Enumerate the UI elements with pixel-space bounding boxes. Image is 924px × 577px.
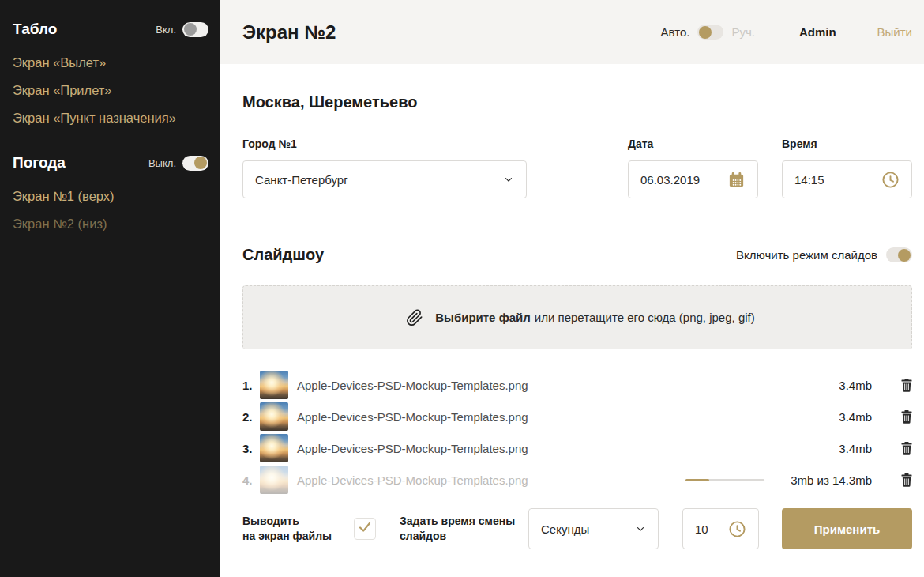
sidebar-item-screen2-bottom[interactable]: Экран №2 (низ) (13, 210, 208, 238)
display-files-label-line2: на экран файлы (242, 529, 344, 544)
file-name: Apple-Devices-PSD-Mockup-Templates.png (297, 473, 685, 487)
toggle-switch[interactable] (182, 156, 208, 171)
sidebar-section-header: Табло Вкл. (13, 21, 208, 38)
file-name: Apple-Devices-PSD-Mockup-Templates.png (297, 379, 783, 392)
file-row: 1. Apple-Devices-PSD-Mockup-Templates.pn… (242, 369, 912, 401)
sidebar: Табло Вкл. Экран «Вылет» Экран «Прилет» … (0, 0, 220, 577)
logout-link[interactable]: Выйти (877, 25, 912, 39)
file-row: 3. Apple-Devices-PSD-Mockup-Templates.pn… (242, 432, 912, 464)
toggle-knob (898, 249, 911, 262)
clock-icon[interactable] (881, 171, 900, 189)
sidebar-item-departure-screen[interactable]: Экран «Вылет» (13, 49, 208, 77)
header-bar: Экран №2 Авто. Руч. Admin Выйти (220, 0, 924, 64)
sidebar-item-destination-screen[interactable]: Экран «Пункт назначения» (13, 104, 208, 132)
slide-interval-label-line1: Задать время смены (400, 514, 528, 529)
trash-icon[interactable] (901, 473, 912, 487)
toggle-knob (184, 23, 197, 36)
content: Москва, Шереметьево Город №1 Санкт-Петер… (220, 64, 924, 549)
slideshow-toggle[interactable] (886, 247, 912, 262)
file-thumbnail (260, 402, 288, 431)
check-icon (356, 519, 374, 539)
page-title: Экран №2 (242, 21, 336, 43)
file-thumbnail (260, 434, 288, 462)
display-files-label: Выводить на экран файлы (242, 514, 344, 544)
date-input[interactable] (640, 173, 721, 187)
dropzone-hint: или перетащите его сюда (png, jpeg, gif) (535, 311, 755, 324)
file-row-uploading: 4. Apple-Devices-PSD-Mockup-Templates.pn… (242, 464, 912, 496)
user-name[interactable]: Admin (799, 25, 836, 39)
toggle-knob (194, 157, 207, 169)
file-size: 3.4mb (783, 379, 872, 392)
toggle-knob (699, 26, 712, 39)
manual-mode-label[interactable]: Руч. (731, 25, 755, 39)
file-row: 2. Apple-Devices-PSD-Mockup-Templates.pn… (242, 401, 912, 432)
slideshow-header-row: Слайдшоу Включить режим слайдов (242, 246, 912, 264)
sidebar-section-header: Погода Выкл. (13, 154, 208, 172)
trash-icon[interactable] (901, 379, 912, 392)
file-size: 3.4mb (783, 442, 872, 455)
interval-value-wrap (682, 508, 759, 549)
upload-progress-text: 3mb из 14.3mb (783, 473, 872, 487)
display-files-checkbox[interactable] (354, 518, 376, 540)
apply-button[interactable]: Применить (782, 508, 912, 549)
auto-manual-toggle[interactable] (697, 25, 723, 40)
trash-icon[interactable] (901, 442, 912, 455)
slideshow-settings-row: Выводить на экран файлы Задать время сме… (242, 508, 912, 549)
sidebar-item-arrival-screen[interactable]: Экран «Прилет» (13, 77, 208, 104)
file-index: 1. (242, 379, 260, 392)
file-index: 2. (242, 410, 260, 424)
sidebar-item-screen1-top[interactable]: Экран №1 (верх) (13, 183, 208, 210)
weather-toggle-label: Выкл. (148, 157, 176, 169)
date-label: Дата (628, 138, 758, 150)
file-index: 3. (242, 442, 260, 455)
sidebar-section-title: Погода (13, 154, 66, 172)
slideshow-heading: Слайдшоу (242, 246, 324, 264)
time-input[interactable] (794, 173, 875, 187)
interval-unit-select[interactable]: Секунды (528, 508, 659, 549)
file-index: 4. (242, 473, 260, 487)
upload-progress-fill (685, 479, 709, 481)
file-thumbnail (260, 371, 288, 399)
header-controls: Авто. Руч. Admin Выйти (661, 25, 912, 40)
chevron-down-icon (503, 174, 514, 185)
date-input-wrap (628, 160, 758, 198)
time-input-wrap (782, 160, 912, 198)
city-field: Город №1 Санкт-Петербург (242, 138, 527, 198)
sidebar-section-weather: Погода Выкл. Экран №1 (верх) Экран №2 (н… (13, 154, 208, 238)
slide-interval-label: Задать время смены слайдов (400, 514, 528, 544)
city-select[interactable]: Санкт-Петербург (242, 160, 527, 198)
slideshow-toggle-group: Включить режим слайдов (736, 247, 912, 262)
file-name: Apple-Devices-PSD-Mockup-Templates.png (297, 442, 783, 455)
interval-unit-value: Секунды (541, 522, 589, 536)
file-dropzone[interactable]: Выбирите файл или перетащите его сюда (p… (242, 285, 912, 349)
slide-interval-label-line2: слайдов (400, 529, 528, 544)
trash-icon[interactable] (901, 410, 912, 424)
calendar-icon[interactable] (727, 171, 746, 189)
main-area: Экран №2 Авто. Руч. Admin Выйти Москва, … (220, 0, 924, 577)
slideshow-toggle-label: Включить режим слайдов (736, 248, 877, 262)
tablo-toggle[interactable]: Вкл. (156, 22, 208, 37)
file-list: 1. Apple-Devices-PSD-Mockup-Templates.pn… (242, 369, 912, 496)
upload-progress-bar (685, 479, 764, 481)
time-field: Время (782, 138, 912, 198)
tablo-toggle-label: Вкл. (156, 24, 176, 36)
city-label: Город №1 (242, 138, 527, 150)
paperclip-icon (406, 309, 423, 326)
sidebar-section-title: Табло (13, 21, 57, 38)
sidebar-section-tablo: Табло Вкл. Экран «Вылет» Экран «Прилет» … (13, 21, 208, 132)
display-files-label-line1: Выводить (242, 514, 344, 529)
choose-file-link[interactable]: Выбирите файл (435, 311, 531, 324)
toggle-switch[interactable] (182, 22, 208, 37)
city-select-value: Санкт-Петербург (255, 173, 348, 187)
airport-heading: Москва, Шереметьево (242, 93, 912, 111)
clock-icon[interactable] (728, 520, 746, 538)
auto-mode-label[interactable]: Авто. (661, 25, 690, 39)
weather-toggle[interactable]: Выкл. (148, 156, 208, 171)
interval-value-input[interactable] (695, 522, 722, 536)
file-thumbnail (260, 466, 288, 494)
file-name: Apple-Devices-PSD-Mockup-Templates.png (297, 410, 783, 424)
date-field: Дата (628, 138, 758, 198)
chevron-down-icon (635, 523, 646, 534)
time-label: Время (782, 138, 912, 150)
file-size: 3.4mb (783, 410, 872, 424)
